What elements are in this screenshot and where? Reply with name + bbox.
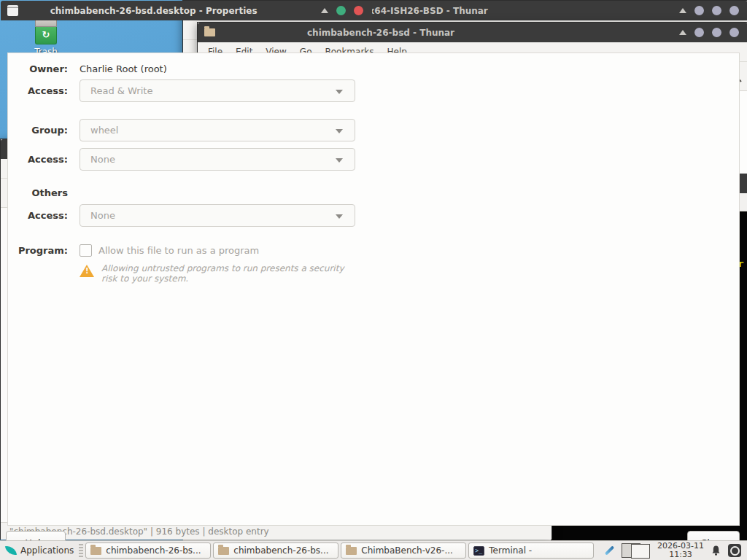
chevron-down-icon bbox=[336, 214, 343, 219]
folder-icon bbox=[346, 547, 357, 555]
taskbar-window-chimbabench-1[interactable]: chimbabench-26-bs... bbox=[85, 542, 211, 559]
owner-access-dropdown[interactable]: Read & Write bbox=[80, 79, 355, 102]
applications-label: Applications bbox=[20, 545, 74, 556]
close-button[interactable] bbox=[729, 28, 739, 37]
permissions-pane: Owner: Charlie Root (root) Access: Read … bbox=[7, 52, 740, 526]
notification-bell-icon[interactable] bbox=[711, 545, 721, 556]
brush-icon[interactable] bbox=[605, 545, 614, 555]
access-label: Access: bbox=[11, 210, 68, 221]
terminal-icon: >_ bbox=[473, 546, 484, 556]
chevron-down-icon bbox=[336, 129, 343, 133]
titlebar[interactable]: chimbabench-26-bsd - Thunar bbox=[198, 23, 747, 42]
shade-icon[interactable] bbox=[321, 8, 328, 13]
shade-icon[interactable] bbox=[679, 30, 686, 35]
applications-icon bbox=[5, 545, 17, 556]
close-button[interactable] bbox=[354, 6, 363, 15]
maximize-button[interactable] bbox=[712, 28, 721, 37]
taskbar-window-chimbabench-2[interactable]: chimbabench-26-bs... bbox=[213, 542, 338, 559]
maximize-button[interactable] bbox=[336, 6, 346, 15]
record-icon[interactable] bbox=[728, 544, 741, 557]
program-label: Program: bbox=[11, 245, 68, 256]
desktop-icon-trash[interactable]: ↻ Trash bbox=[20, 18, 71, 57]
trash-icon: ↻ bbox=[35, 18, 57, 44]
taskbar-window-chimbabench-v26[interactable]: ChimbaBench-v26-... bbox=[341, 542, 466, 559]
window-icon bbox=[7, 5, 18, 16]
folder-icon bbox=[218, 547, 229, 555]
panel-grip[interactable] bbox=[79, 544, 83, 557]
close-button[interactable] bbox=[729, 6, 739, 15]
workspace-switcher[interactable] bbox=[622, 543, 651, 558]
group-access-dropdown[interactable]: None bbox=[80, 148, 355, 171]
shade-icon[interactable] bbox=[679, 8, 686, 13]
folder-icon bbox=[90, 547, 101, 555]
maximize-button[interactable] bbox=[712, 6, 721, 15]
group-dropdown[interactable]: wheel bbox=[80, 119, 355, 141]
others-access-dropdown[interactable]: None bbox=[80, 204, 355, 227]
clock-time: 11:33 bbox=[657, 551, 704, 559]
minimize-button[interactable] bbox=[694, 6, 704, 15]
warning-icon bbox=[80, 265, 94, 277]
taskbar: Applications chimbabench-26-bs... chimba… bbox=[0, 540, 747, 560]
screen: ↻ Trash File System ChimbaBench-v26-x64-… bbox=[0, 0, 747, 560]
group-label: Group: bbox=[11, 125, 68, 136]
owner-value: Charlie Root (root) bbox=[80, 63, 167, 74]
taskbar-window-terminal[interactable]: >_ Terminal - bbox=[468, 542, 594, 559]
warning-text: Allowing untrusted programs to run prese… bbox=[101, 263, 347, 284]
titlebar[interactable]: chimbabench-26-bsd.desktop - Properties bbox=[1, 1, 372, 20]
access-label: Access: bbox=[11, 154, 68, 165]
allow-run-checkbox[interactable] bbox=[80, 244, 92, 257]
applications-menu[interactable]: Applications bbox=[3, 545, 77, 556]
window-title: chimbabench-26-bsd - Thunar bbox=[307, 28, 454, 38]
chevron-down-icon bbox=[336, 90, 343, 94]
clock[interactable]: 2026-03-11 11:33 bbox=[657, 542, 704, 559]
chevron-down-icon bbox=[336, 158, 343, 163]
minimize-button[interactable] bbox=[694, 28, 704, 37]
owner-label: Owner: bbox=[11, 63, 68, 74]
others-heading: Others bbox=[11, 187, 68, 198]
dialog-title: chimbabench-26-bsd.desktop - Properties bbox=[50, 6, 258, 16]
checkbox-label: Allow this file to run as a program bbox=[98, 245, 259, 256]
workspace-2[interactable] bbox=[631, 544, 650, 559]
access-label: Access: bbox=[11, 85, 68, 96]
folder-icon bbox=[204, 28, 215, 36]
properties-dialog: chimbabench-26-bsd.desktop - Properties … bbox=[0, 0, 373, 371]
